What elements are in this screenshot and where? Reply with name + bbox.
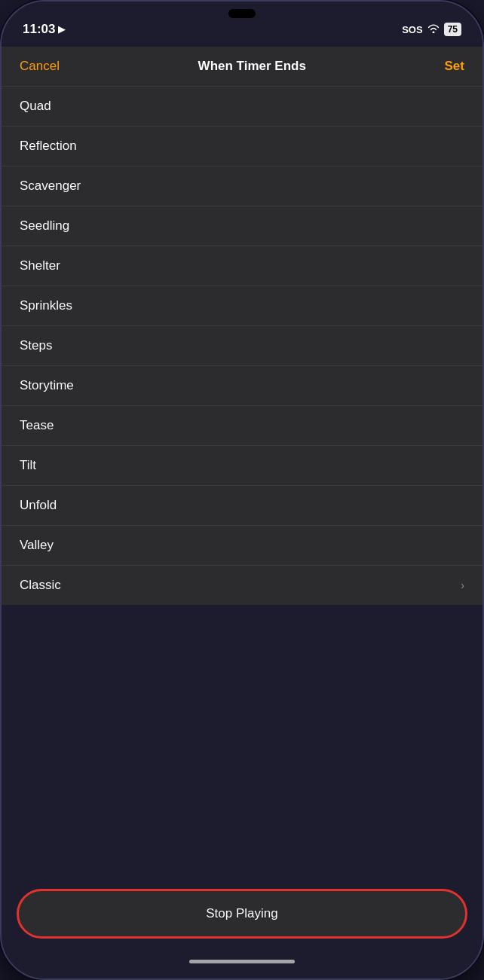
dynamic-island-container [228, 9, 256, 18]
list-item-seedling[interactable]: Seedling [2, 206, 482, 246]
item-label-tilt: Tilt [20, 458, 36, 473]
volume-down-button [0, 295, 2, 356]
navigation-bar: Cancel When Timer Ends Set [2, 47, 482, 87]
timer-sound-list: Quad Reflection Scavenger Seedling Shelt… [2, 87, 482, 877]
main-content: Cancel When Timer Ends Set Quad Reflecti… [2, 47, 482, 978]
list-item-unfold[interactable]: Unfold [2, 486, 482, 526]
list-item-classic[interactable]: Classic › [2, 566, 482, 605]
time-display: 11:03 [23, 22, 55, 37]
location-icon: ▶ [58, 24, 65, 35]
stop-playing-container: Stop Playing [2, 877, 482, 951]
stop-playing-button[interactable]: Stop Playing [17, 889, 467, 939]
status-bar: 11:03 ▶ SOS 75 [2, 2, 482, 47]
item-label-storytime: Storytime [20, 378, 74, 393]
cancel-button[interactable]: Cancel [20, 59, 60, 74]
item-label-sprinkles: Sprinkles [20, 298, 72, 313]
volume-up-button [0, 220, 2, 280]
item-label-classic: Classic [20, 578, 61, 593]
home-indicator-container [2, 951, 482, 978]
list-item-sprinkles[interactable]: Sprinkles [2, 286, 482, 326]
item-label-steps: Steps [20, 338, 52, 353]
item-label-tease: Tease [20, 418, 54, 433]
item-label-unfold: Unfold [20, 498, 57, 513]
item-label-reflection: Reflection [20, 139, 77, 154]
list-item-steps[interactable]: Steps [2, 326, 482, 366]
list-item-tease[interactable]: Tease [2, 406, 482, 446]
list-item-quad[interactable]: Quad [2, 87, 482, 127]
wifi-icon [427, 23, 440, 35]
status-right-group: SOS 75 [402, 23, 461, 36]
home-indicator [189, 960, 295, 963]
battery-level: 75 [448, 24, 458, 35]
item-label-shelter: Shelter [20, 258, 60, 273]
phone-frame: 11:03 ▶ SOS 75 Cancel When [0, 0, 484, 980]
sos-indicator: SOS [402, 24, 422, 35]
list-item-shelter[interactable]: Shelter [2, 246, 482, 286]
list-item-storytime[interactable]: Storytime [2, 366, 482, 406]
list-item-tilt[interactable]: Tilt [2, 446, 482, 486]
item-label-valley: Valley [20, 538, 54, 553]
item-label-scavenger: Scavenger [20, 179, 81, 194]
list-container: Quad Reflection Scavenger Seedling Shelt… [2, 87, 482, 605]
set-button[interactable]: Set [445, 59, 464, 74]
list-item-scavenger[interactable]: Scavenger [2, 166, 482, 206]
item-label-seedling: Seedling [20, 218, 69, 234]
chevron-right-icon: › [461, 579, 464, 591]
dynamic-island [228, 9, 256, 18]
list-item-valley[interactable]: Valley [2, 526, 482, 566]
item-label-quad: Quad [20, 99, 51, 114]
status-time: 11:03 ▶ [23, 22, 65, 37]
battery-indicator: 75 [444, 23, 461, 36]
list-item-reflection[interactable]: Reflection [2, 127, 482, 166]
mute-button [0, 167, 2, 205]
page-title: When Timer Ends [198, 59, 306, 74]
